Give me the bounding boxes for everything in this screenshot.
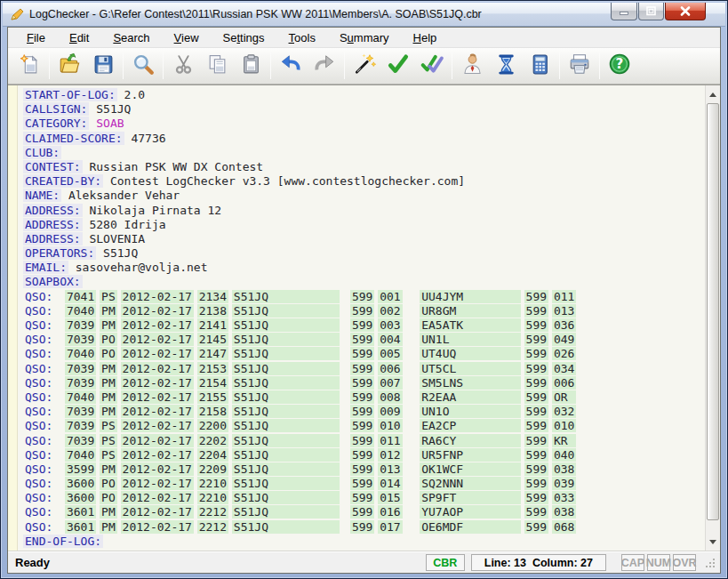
undo-button[interactable] <box>274 51 308 81</box>
log-line[interactable]: CLAIMED-SCORE: 47736 <box>25 132 705 146</box>
close-button[interactable] <box>665 3 706 20</box>
qso-line[interactable]: QSO: 7039 PS 2012-02-17 2202 S51JQ 599 0… <box>25 434 705 448</box>
qso-sent-number: 004 <box>378 333 402 346</box>
qso-line[interactable]: QSO: 7039 PM 2012-02-17 2141 S51JQ 599 0… <box>25 318 705 333</box>
qso-line[interactable]: QSO: 7039 PM 2012-02-17 2154 S51JQ 599 0… <box>25 376 705 390</box>
log-value: SOAB <box>96 117 124 130</box>
scroll-up-button[interactable] <box>706 87 720 101</box>
log-line[interactable]: START-OF-LOG: 2.0 <box>25 88 705 102</box>
scroll-down-button[interactable] <box>706 535 720 549</box>
redo-button[interactable] <box>308 51 341 81</box>
copy-button[interactable] <box>200 51 234 81</box>
log-line[interactable]: NAME: Aleksander Vehar <box>25 189 705 203</box>
log-keyword: QSO: <box>25 290 52 303</box>
qso-line[interactable]: QSO: 7040 PM 2012-02-17 2138 S51JQ 599 0… <box>25 304 705 318</box>
qso-line[interactable]: QSO: 7039 PM 2012-02-17 2158 S51JQ 599 0… <box>25 405 705 419</box>
qso-line[interactable]: QSO: 7040 PM 2012-02-17 2155 S51JQ 599 0… <box>25 390 705 405</box>
calculator-button[interactable] <box>523 51 556 81</box>
qso-frequency: 7041 <box>65 290 96 303</box>
qso-line[interactable]: QSO: 7039 PM 2012-02-17 2153 S51JQ 599 0… <box>25 362 705 376</box>
log-line[interactable]: END-OF-LOG: <box>25 535 705 549</box>
menu-view[interactable]: View <box>164 29 209 46</box>
qso-frequency: 3601 <box>65 505 96 519</box>
qso-rcvd-call: UR8GM <box>420 304 521 318</box>
log-keyword: QSO: <box>25 419 52 432</box>
log-line[interactable]: EMAIL: sasovehar@volja.net <box>25 261 705 275</box>
qso-sent-rst: 599 <box>350 304 374 318</box>
scrollbar-thumb[interactable] <box>707 103 719 520</box>
open-folder-button[interactable] <box>52 51 86 81</box>
qso-rcvd-number: 026 <box>552 347 576 360</box>
log-line[interactable]: CONTEST: Russian PSK WW DX Contest <box>25 160 705 174</box>
qso-rcvd-call: OE6MDF <box>420 520 521 534</box>
qso-sent-call: S51JQ <box>232 405 340 418</box>
menu-edit[interactable]: Edit <box>60 29 99 46</box>
log-line[interactable]: ADDRESS: 5280 Idrija <box>25 218 705 232</box>
qso-rcvd-number: 034 <box>552 362 576 375</box>
search-button[interactable] <box>126 51 160 81</box>
menu-help[interactable]: Help <box>404 29 447 46</box>
save-button[interactable] <box>86 51 120 81</box>
cut-button[interactable] <box>166 51 200 81</box>
qso-line[interactable]: QSO: 7039 PO 2012-02-17 2145 S51JQ 599 0… <box>25 333 705 347</box>
qso-rcvd-rst: 599 <box>524 462 548 476</box>
qso-line[interactable]: QSO: 3601 PM 2012-02-17 2212 S51JQ 599 0… <box>25 505 705 519</box>
qso-sent-rst: 599 <box>350 419 374 432</box>
minimize-button[interactable] <box>611 3 637 20</box>
log-line[interactable]: OPERATORS: S51JQ <box>25 246 705 261</box>
menu-search[interactable]: Search <box>103 29 159 46</box>
log-line[interactable]: CALLSIGN: S51JQ <box>25 102 705 117</box>
qso-line[interactable]: QSO: 7040 PS 2012-02-17 2204 S51JQ 599 0… <box>25 448 705 462</box>
qso-sent-rst: 599 <box>350 491 374 504</box>
menu-tools[interactable]: Tools <box>279 29 325 46</box>
operator-button[interactable] <box>455 51 489 81</box>
title-bar[interactable]: LogChecker - G:\Refer Contest\2011\Russi… <box>3 3 725 27</box>
qso-rcvd-number: 038 <box>552 462 576 476</box>
window-title: LogChecker - G:\Refer Contest\2011\Russi… <box>29 8 482 20</box>
editor-content[interactable]: START-OF-LOG: 2.0CALLSIGN: S51JQCATEGORY… <box>18 85 705 551</box>
maximize-button[interactable] <box>638 3 664 20</box>
qso-line[interactable]: QSO: 3599 PM 2012-02-17 2209 S51JQ 599 0… <box>25 462 705 477</box>
double-check-button[interactable] <box>415 51 449 81</box>
qso-rcvd-call: UN1L <box>420 333 521 346</box>
qso-line[interactable]: QSO: 7041 PS 2012-02-17 2134 S51JQ 599 0… <box>25 290 705 304</box>
menu-settings[interactable]: Settings <box>213 29 275 46</box>
new-document-button[interactable] <box>12 51 46 81</box>
qso-time: 2138 <box>197 304 228 318</box>
hourglass-button[interactable] <box>489 51 523 81</box>
check-button[interactable] <box>381 51 415 81</box>
qso-frequency: 7039 <box>65 419 96 432</box>
log-line[interactable]: SOAPBOX: <box>25 275 705 289</box>
log-keyword: ADDRESS: <box>23 204 83 217</box>
qso-sent-number: 010 <box>378 419 402 432</box>
log-editor[interactable]: START-OF-LOG: 2.0CALLSIGN: S51JQCATEGORY… <box>8 84 720 551</box>
qso-rcvd-rst: 599 <box>524 520 548 534</box>
resize-grip[interactable] <box>704 557 716 569</box>
log-line[interactable]: CATEGORY: SOAB <box>25 117 705 131</box>
log-keyword: CALLSIGN: <box>23 102 89 116</box>
print-button[interactable] <box>563 51 596 81</box>
log-value: 2.0 <box>124 88 145 101</box>
qso-sent-call: S51JQ <box>232 362 340 375</box>
log-line[interactable]: ADDRESS: Nikolaja Pirnata 12 <box>25 204 705 218</box>
qso-line[interactable]: QSO: 3601 PM 2012-02-17 2212 S51JQ 599 0… <box>25 520 705 535</box>
qso-line[interactable]: QSO: 7040 PO 2012-02-17 2147 S51JQ 599 0… <box>25 347 705 361</box>
magic-wand-button[interactable] <box>348 51 381 81</box>
vertical-scrollbar[interactable] <box>705 85 720 551</box>
paste-button[interactable] <box>234 51 268 81</box>
window-controls <box>610 3 706 20</box>
log-keyword: QSO: <box>25 376 52 390</box>
qso-line[interactable]: QSO: 3600 PO 2012-02-17 2210 S51JQ 599 0… <box>25 477 705 491</box>
qso-line[interactable]: QSO: 3600 PO 2012-02-17 2210 S51JQ 599 0… <box>25 491 705 505</box>
qso-line[interactable]: QSO: 7039 PS 2012-02-17 2200 S51JQ 599 0… <box>25 419 705 433</box>
menu-file[interactable]: File <box>17 29 55 46</box>
qso-mode: PM <box>100 390 117 404</box>
log-line[interactable]: CLUB: <box>25 146 705 160</box>
log-line[interactable]: CREATED-BY: Contest LogChecker v3.3 [www… <box>25 174 705 189</box>
menu-summary[interactable]: Summary <box>330 29 399 46</box>
qso-mode: PM <box>100 505 117 519</box>
help-button[interactable]: ? <box>603 51 636 81</box>
qso-date: 2012-02-17 <box>121 520 194 534</box>
log-line[interactable]: ADDRESS: SLOVENIA <box>25 232 705 246</box>
svg-text:?: ? <box>616 56 624 72</box>
